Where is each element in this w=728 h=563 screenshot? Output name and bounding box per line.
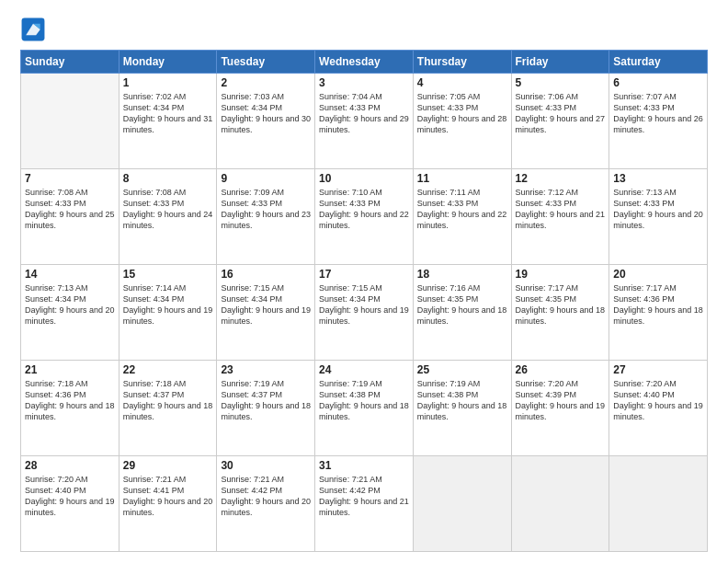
calendar-cell: 17Sunrise: 7:15 AMSunset: 4:34 PMDayligh… bbox=[315, 265, 414, 361]
day-info: Sunrise: 7:11 AMSunset: 4:33 PMDaylight:… bbox=[417, 187, 507, 232]
day-number: 21 bbox=[25, 363, 115, 376]
day-number: 16 bbox=[221, 268, 311, 281]
day-number: 11 bbox=[417, 172, 507, 185]
day-number: 14 bbox=[25, 268, 115, 281]
calendar-cell: 26Sunrise: 7:20 AMSunset: 4:39 PMDayligh… bbox=[511, 361, 609, 456]
day-info: Sunrise: 7:04 AMSunset: 4:33 PMDaylight:… bbox=[319, 91, 409, 136]
day-number: 17 bbox=[319, 268, 409, 281]
calendar-cell: 20Sunrise: 7:17 AMSunset: 4:36 PMDayligh… bbox=[609, 265, 708, 361]
day-info: Sunrise: 7:21 AMSunset: 4:41 PMDaylight:… bbox=[123, 474, 213, 519]
calendar-cell bbox=[511, 456, 609, 552]
calendar-header-wednesday: Wednesday bbox=[315, 51, 414, 74]
day-number: 19 bbox=[516, 268, 606, 281]
calendar-header-monday: Monday bbox=[119, 51, 217, 74]
calendar-cell: 24Sunrise: 7:19 AMSunset: 4:38 PMDayligh… bbox=[315, 361, 414, 456]
calendar-cell bbox=[21, 74, 119, 169]
calendar-cell: 13Sunrise: 7:13 AMSunset: 4:33 PMDayligh… bbox=[609, 169, 708, 265]
header bbox=[20, 17, 708, 42]
calendar-header-friday: Friday bbox=[511, 51, 609, 74]
calendar-week-2: 7Sunrise: 7:08 AMSunset: 4:33 PMDaylight… bbox=[21, 169, 708, 265]
day-info: Sunrise: 7:18 AMSunset: 4:37 PMDaylight:… bbox=[123, 378, 213, 423]
calendar-cell: 14Sunrise: 7:13 AMSunset: 4:34 PMDayligh… bbox=[21, 265, 119, 361]
logo-icon bbox=[20, 17, 46, 42]
calendar-cell: 1Sunrise: 7:02 AMSunset: 4:34 PMDaylight… bbox=[119, 74, 217, 169]
day-number: 12 bbox=[516, 172, 606, 185]
day-info: Sunrise: 7:21 AMSunset: 4:42 PMDaylight:… bbox=[221, 474, 311, 519]
calendar-cell: 25Sunrise: 7:19 AMSunset: 4:38 PMDayligh… bbox=[413, 361, 511, 456]
day-number: 5 bbox=[516, 76, 606, 89]
day-number: 2 bbox=[221, 76, 311, 89]
calendar-cell: 10Sunrise: 7:10 AMSunset: 4:33 PMDayligh… bbox=[315, 169, 414, 265]
calendar-cell: 6Sunrise: 7:07 AMSunset: 4:33 PMDaylight… bbox=[609, 74, 708, 169]
day-info: Sunrise: 7:07 AMSunset: 4:33 PMDaylight:… bbox=[613, 91, 703, 136]
calendar-cell: 19Sunrise: 7:17 AMSunset: 4:35 PMDayligh… bbox=[511, 265, 609, 361]
calendar-cell: 9Sunrise: 7:09 AMSunset: 4:33 PMDaylight… bbox=[217, 169, 315, 265]
day-number: 24 bbox=[319, 363, 409, 376]
calendar-cell: 7Sunrise: 7:08 AMSunset: 4:33 PMDaylight… bbox=[21, 169, 119, 265]
day-info: Sunrise: 7:15 AMSunset: 4:34 PMDaylight:… bbox=[221, 282, 311, 327]
day-info: Sunrise: 7:10 AMSunset: 4:33 PMDaylight:… bbox=[319, 187, 409, 232]
calendar-header-row: SundayMondayTuesdayWednesdayThursdayFrid… bbox=[21, 51, 708, 74]
day-number: 10 bbox=[319, 172, 409, 185]
calendar-cell: 12Sunrise: 7:12 AMSunset: 4:33 PMDayligh… bbox=[511, 169, 609, 265]
day-info: Sunrise: 7:02 AMSunset: 4:34 PMDaylight:… bbox=[123, 91, 213, 136]
calendar-cell: 31Sunrise: 7:21 AMSunset: 4:42 PMDayligh… bbox=[315, 456, 414, 552]
day-info: Sunrise: 7:20 AMSunset: 4:40 PMDaylight:… bbox=[613, 378, 703, 423]
day-info: Sunrise: 7:09 AMSunset: 4:33 PMDaylight:… bbox=[221, 187, 311, 232]
day-info: Sunrise: 7:13 AMSunset: 4:34 PMDaylight:… bbox=[25, 282, 115, 327]
calendar-cell: 5Sunrise: 7:06 AMSunset: 4:33 PMDaylight… bbox=[511, 74, 609, 169]
day-number: 6 bbox=[613, 76, 703, 89]
day-info: Sunrise: 7:05 AMSunset: 4:33 PMDaylight:… bbox=[417, 91, 507, 136]
calendar-cell: 18Sunrise: 7:16 AMSunset: 4:35 PMDayligh… bbox=[413, 265, 511, 361]
calendar-week-4: 21Sunrise: 7:18 AMSunset: 4:36 PMDayligh… bbox=[21, 361, 708, 456]
calendar-table: SundayMondayTuesdayWednesdayThursdayFrid… bbox=[20, 50, 708, 552]
day-info: Sunrise: 7:21 AMSunset: 4:42 PMDaylight:… bbox=[319, 474, 409, 519]
day-info: Sunrise: 7:14 AMSunset: 4:34 PMDaylight:… bbox=[123, 282, 213, 327]
calendar-cell bbox=[413, 456, 511, 552]
day-info: Sunrise: 7:12 AMSunset: 4:33 PMDaylight:… bbox=[516, 187, 606, 232]
logo bbox=[20, 17, 50, 42]
day-number: 1 bbox=[123, 76, 213, 89]
day-number: 4 bbox=[417, 76, 507, 89]
day-number: 28 bbox=[25, 459, 115, 472]
day-info: Sunrise: 7:06 AMSunset: 4:33 PMDaylight:… bbox=[516, 91, 606, 136]
day-number: 8 bbox=[123, 172, 213, 185]
day-info: Sunrise: 7:08 AMSunset: 4:33 PMDaylight:… bbox=[25, 187, 115, 232]
page: SundayMondayTuesdayWednesdayThursdayFrid… bbox=[0, 0, 728, 563]
calendar-week-3: 14Sunrise: 7:13 AMSunset: 4:34 PMDayligh… bbox=[21, 265, 708, 361]
calendar-cell: 27Sunrise: 7:20 AMSunset: 4:40 PMDayligh… bbox=[609, 361, 708, 456]
day-number: 30 bbox=[221, 459, 311, 472]
day-number: 31 bbox=[319, 459, 409, 472]
day-info: Sunrise: 7:20 AMSunset: 4:40 PMDaylight:… bbox=[25, 474, 115, 519]
day-info: Sunrise: 7:17 AMSunset: 4:35 PMDaylight:… bbox=[516, 282, 606, 327]
day-number: 25 bbox=[417, 363, 507, 376]
calendar-header-saturday: Saturday bbox=[609, 51, 708, 74]
day-info: Sunrise: 7:18 AMSunset: 4:36 PMDaylight:… bbox=[25, 378, 115, 423]
calendar-cell: 29Sunrise: 7:21 AMSunset: 4:41 PMDayligh… bbox=[119, 456, 217, 552]
calendar-cell: 28Sunrise: 7:20 AMSunset: 4:40 PMDayligh… bbox=[21, 456, 119, 552]
calendar-header-tuesday: Tuesday bbox=[217, 51, 315, 74]
day-number: 13 bbox=[613, 172, 703, 185]
calendar-cell: 23Sunrise: 7:19 AMSunset: 4:37 PMDayligh… bbox=[217, 361, 315, 456]
calendar-cell: 30Sunrise: 7:21 AMSunset: 4:42 PMDayligh… bbox=[217, 456, 315, 552]
day-info: Sunrise: 7:16 AMSunset: 4:35 PMDaylight:… bbox=[417, 282, 507, 327]
calendar-cell: 2Sunrise: 7:03 AMSunset: 4:34 PMDaylight… bbox=[217, 74, 315, 169]
calendar-cell bbox=[609, 456, 708, 552]
day-number: 26 bbox=[516, 363, 606, 376]
calendar-header-thursday: Thursday bbox=[413, 51, 511, 74]
day-number: 7 bbox=[25, 172, 115, 185]
day-info: Sunrise: 7:19 AMSunset: 4:37 PMDaylight:… bbox=[221, 378, 311, 423]
calendar-week-1: 1Sunrise: 7:02 AMSunset: 4:34 PMDaylight… bbox=[21, 74, 708, 169]
day-number: 3 bbox=[319, 76, 409, 89]
day-number: 9 bbox=[221, 172, 311, 185]
day-info: Sunrise: 7:13 AMSunset: 4:33 PMDaylight:… bbox=[613, 187, 703, 232]
day-number: 27 bbox=[613, 363, 703, 376]
day-info: Sunrise: 7:19 AMSunset: 4:38 PMDaylight:… bbox=[417, 378, 507, 423]
calendar-cell: 8Sunrise: 7:08 AMSunset: 4:33 PMDaylight… bbox=[119, 169, 217, 265]
day-info: Sunrise: 7:20 AMSunset: 4:39 PMDaylight:… bbox=[516, 378, 606, 423]
day-number: 22 bbox=[123, 363, 213, 376]
day-number: 18 bbox=[417, 268, 507, 281]
calendar-header-sunday: Sunday bbox=[21, 51, 119, 74]
day-number: 20 bbox=[613, 268, 703, 281]
calendar-week-5: 28Sunrise: 7:20 AMSunset: 4:40 PMDayligh… bbox=[21, 456, 708, 552]
